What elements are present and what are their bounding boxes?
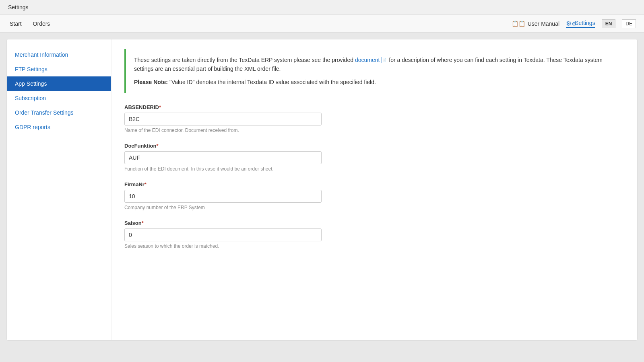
sidebar-item-order-transfer-settings[interactable]: Order Transfer Settings bbox=[7, 105, 111, 120]
info-text-1: These settings are taken directly from t… bbox=[134, 56, 616, 74]
absenderid-help: Name of the EDI connector. Document rece… bbox=[124, 128, 624, 133]
sidebar-item-subscription[interactable]: Subscription bbox=[7, 91, 111, 105]
settings-link[interactable]: ⚙ Settings bbox=[566, 20, 595, 28]
firmanr-required: * bbox=[144, 181, 147, 187]
nav-left: Start Orders bbox=[8, 16, 512, 32]
main-wrapper: Merchant Information FTP Settings App Se… bbox=[0, 33, 644, 359]
title-bar: Settings bbox=[0, 0, 644, 15]
field-saison: Saison* Sales season to which the order … bbox=[124, 220, 624, 249]
sidebar: Merchant Information FTP Settings App Se… bbox=[7, 39, 111, 340]
settings-label: Settings bbox=[575, 20, 595, 26]
sidebar-item-merchant-information[interactable]: Merchant Information bbox=[7, 47, 111, 62]
info-note: Please Note: "Value ID" denotes the inte… bbox=[134, 78, 616, 86]
document-link[interactable]: document📄 bbox=[355, 56, 387, 64]
app-title: Settings bbox=[8, 4, 29, 10]
lang-en-button[interactable]: EN bbox=[602, 19, 616, 28]
firmanr-help: Company number of the ERP System bbox=[124, 205, 624, 210]
saison-help: Sales season to which the order is match… bbox=[124, 243, 624, 249]
saison-label: Saison* bbox=[124, 220, 624, 226]
note-text: "Value ID" denotes the internal Texdata … bbox=[168, 79, 376, 85]
info-text-pre: These settings are taken directly from t… bbox=[134, 57, 355, 63]
gear-icon: ⚙ bbox=[566, 20, 572, 26]
firmanr-label: FirmaNr* bbox=[124, 181, 624, 187]
user-manual-label: User Manual bbox=[528, 21, 559, 27]
file-icon: 📄 bbox=[382, 57, 387, 63]
content-card: Merchant Information FTP Settings App Se… bbox=[6, 39, 638, 341]
sidebar-item-ftp-settings[interactable]: FTP Settings bbox=[7, 62, 111, 76]
absenderid-input[interactable] bbox=[124, 113, 322, 125]
sidebar-item-gdpr-reports[interactable]: GDPR reports bbox=[7, 120, 111, 134]
main-content: These settings are taken directly from t… bbox=[111, 39, 637, 340]
nav-start[interactable]: Start bbox=[8, 16, 23, 32]
field-docfunktion: DocFunktion* Function of the EDI documen… bbox=[124, 143, 624, 172]
absenderid-required: * bbox=[159, 104, 161, 110]
doc-link-text: document bbox=[355, 56, 380, 64]
user-manual-link[interactable]: 📋 User Manual bbox=[512, 21, 559, 27]
nav-orders[interactable]: Orders bbox=[31, 16, 52, 32]
field-firmanr: FirmaNr* Company number of the ERP Syste… bbox=[124, 181, 624, 210]
manual-icon: 📋 bbox=[512, 21, 525, 27]
field-absenderid: ABSENDERID* Name of the EDI connector. D… bbox=[124, 104, 624, 133]
saison-required: * bbox=[142, 220, 144, 226]
firmanr-input[interactable] bbox=[124, 190, 322, 203]
saison-input[interactable] bbox=[124, 228, 322, 241]
absenderid-label: ABSENDERID* bbox=[124, 104, 624, 110]
lang-de-button[interactable]: DE bbox=[622, 19, 636, 28]
docfunktion-input[interactable] bbox=[124, 151, 322, 164]
docfunktion-help: Function of the EDI document. In this ca… bbox=[124, 166, 624, 172]
docfunktion-required: * bbox=[156, 143, 158, 149]
info-box: These settings are taken directly from t… bbox=[124, 49, 624, 93]
sidebar-item-app-settings[interactable]: App Settings bbox=[7, 76, 111, 91]
nav-bar: Start Orders 📋 User Manual ⚙ Settings EN… bbox=[0, 15, 644, 33]
note-label: Please Note: bbox=[134, 79, 168, 85]
nav-right: 📋 User Manual ⚙ Settings EN DE bbox=[512, 19, 636, 28]
docfunktion-label: DocFunktion* bbox=[124, 143, 624, 149]
